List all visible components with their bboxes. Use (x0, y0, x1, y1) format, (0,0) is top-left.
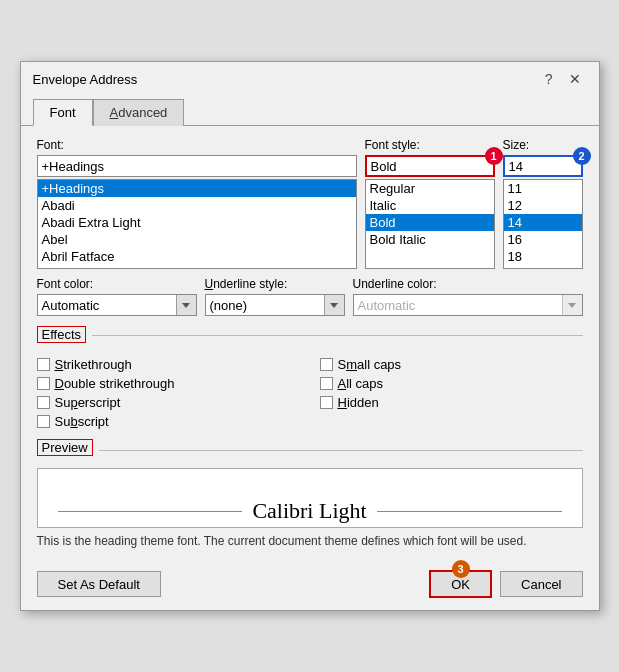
list-item[interactable]: 11 (504, 180, 582, 197)
preview-label: Preview (37, 439, 93, 456)
preview-box: Calibri Light (37, 468, 583, 528)
font-style-label: Font style: (365, 138, 495, 152)
tab-bar: Font Advanced (21, 92, 599, 125)
list-item[interactable]: Bold Italic (366, 231, 494, 248)
strikethrough-label: Strikethrough (55, 357, 132, 372)
superscript-row: Superscript (37, 393, 300, 412)
font-color-group: Font color: Automatic (37, 277, 197, 316)
help-button[interactable]: ? (539, 70, 559, 88)
superscript-checkbox[interactable] (37, 396, 50, 409)
list-item[interactable]: 14 (504, 214, 582, 231)
underline-color-group: Underline color: Automatic (353, 277, 583, 316)
effects-right-col: Small caps All caps Hidden (320, 355, 583, 431)
chevron-down-icon (568, 303, 576, 308)
all-caps-checkbox[interactable] (320, 377, 333, 390)
font-name-input[interactable] (37, 155, 357, 177)
preview-lines: Calibri Light (38, 498, 582, 524)
small-caps-row: Small caps (320, 355, 583, 374)
chevron-down-icon (182, 303, 190, 308)
font-size-label: Size: (503, 138, 583, 152)
strikethrough-row: Strikethrough (37, 355, 300, 374)
hidden-checkbox[interactable] (320, 396, 333, 409)
envelope-address-dialog: Envelope Address ? ✕ Font Advanced Font: (20, 61, 600, 611)
font-size-input[interactable] (503, 155, 583, 177)
set-as-default-button[interactable]: Set As Default (37, 571, 161, 597)
font-name-list-container: +Headings Abadi Abadi Extra Light Abel A… (37, 179, 357, 269)
dialog-footer: Set As Default OK 3 Cancel (21, 560, 599, 610)
superscript-label: Superscript (55, 395, 121, 410)
font-size-list-container: 11 12 14 16 18 (503, 179, 583, 269)
chevron-down-icon (330, 303, 338, 308)
font-color-select[interactable]: Automatic (37, 294, 197, 316)
double-strikethrough-label: Double strikethrough (55, 376, 175, 391)
footer-left: Set As Default (37, 571, 161, 597)
preview-line-left (58, 511, 243, 512)
font-style-col: Font style: 1 Regular Italic Bold Bold I… (365, 138, 495, 269)
list-item[interactable]: 12 (504, 197, 582, 214)
underline-style-arrow[interactable] (324, 295, 344, 315)
list-item[interactable]: Abadi Extra Light (38, 214, 356, 231)
tab-advanced[interactable]: Advanced (93, 99, 185, 126)
footer-right: OK 3 Cancel (429, 570, 582, 598)
list-item[interactable]: Abel (38, 231, 356, 248)
underline-color-arrow[interactable] (562, 295, 582, 315)
list-item[interactable]: Bold (366, 214, 494, 231)
font-style-list-container: Regular Italic Bold Bold Italic (365, 179, 495, 269)
preview-line-right (377, 511, 562, 512)
list-item[interactable]: 18 (504, 248, 582, 265)
ok-badge: 3 (452, 560, 470, 578)
font-color-arrow[interactable] (176, 295, 196, 315)
underline-style-group: Underline style: (none) (205, 277, 345, 316)
effects-label: Effects (37, 326, 87, 343)
double-strikethrough-checkbox[interactable] (37, 377, 50, 390)
underline-color-select[interactable]: Automatic (353, 294, 583, 316)
tab-font[interactable]: Font (33, 99, 93, 126)
font-style-list[interactable]: Regular Italic Bold Bold Italic (365, 179, 495, 269)
list-item[interactable]: Abadi (38, 197, 356, 214)
preview-text: Calibri Light (252, 498, 366, 524)
subscript-row: Subscript (37, 412, 300, 431)
font-color-label: Font color: (37, 277, 197, 291)
list-item[interactable]: +Headings (38, 180, 356, 197)
subscript-checkbox[interactable] (37, 415, 50, 428)
underline-style-label: Underline style: (205, 277, 345, 291)
effects-left-col: Strikethrough Double strikethrough Super… (37, 355, 300, 431)
title-bar-controls: ? ✕ (539, 70, 587, 88)
tab-advanced-label: Advanced (110, 105, 168, 120)
dropdowns-row: Font color: Automatic Underline style: (… (37, 277, 583, 316)
font-section: Font: +Headings Abadi Abadi Extra Light … (37, 138, 583, 269)
size-badge: 2 (573, 147, 591, 165)
preview-description: This is the heading theme font. The curr… (37, 534, 583, 548)
list-item[interactable]: Italic (366, 197, 494, 214)
font-name-col: Font: +Headings Abadi Abadi Extra Light … (37, 138, 357, 269)
font-style-input[interactable] (365, 155, 495, 177)
font-size-col: Size: 2 11 12 14 16 18 (503, 138, 583, 269)
font-name-list[interactable]: +Headings Abadi Abadi Extra Light Abel A… (37, 179, 357, 269)
font-color-value: Automatic (38, 298, 176, 313)
underline-color-label: Underline color: (353, 277, 583, 291)
underline-style-value: (none) (206, 298, 324, 313)
effects-section: Effects Strikethrough Double strikethrou… (37, 322, 583, 431)
hidden-label: Hidden (338, 395, 379, 410)
all-caps-row: All caps (320, 374, 583, 393)
dialog-title: Envelope Address (33, 72, 138, 87)
subscript-label: Subscript (55, 414, 109, 429)
dialog-body: Font: +Headings Abadi Abadi Extra Light … (21, 125, 599, 560)
hidden-row: Hidden (320, 393, 583, 412)
all-caps-label: All caps (338, 376, 384, 391)
font-name-label: Font: (37, 138, 357, 152)
preview-section: Preview Calibri Light This is the headin… (37, 439, 583, 548)
underline-color-value: Automatic (354, 298, 562, 313)
small-caps-checkbox[interactable] (320, 358, 333, 371)
close-button[interactable]: ✕ (563, 70, 587, 88)
title-bar: Envelope Address ? ✕ (21, 62, 599, 92)
cancel-button[interactable]: Cancel (500, 571, 582, 597)
strikethrough-checkbox[interactable] (37, 358, 50, 371)
double-strikethrough-row: Double strikethrough (37, 374, 300, 393)
font-size-list[interactable]: 11 12 14 16 18 (503, 179, 583, 269)
list-item[interactable]: Abril Fatface (38, 248, 356, 265)
underline-style-select[interactable]: (none) (205, 294, 345, 316)
effects-grid: Strikethrough Double strikethrough Super… (37, 355, 583, 431)
list-item[interactable]: 16 (504, 231, 582, 248)
list-item[interactable]: Regular (366, 180, 494, 197)
